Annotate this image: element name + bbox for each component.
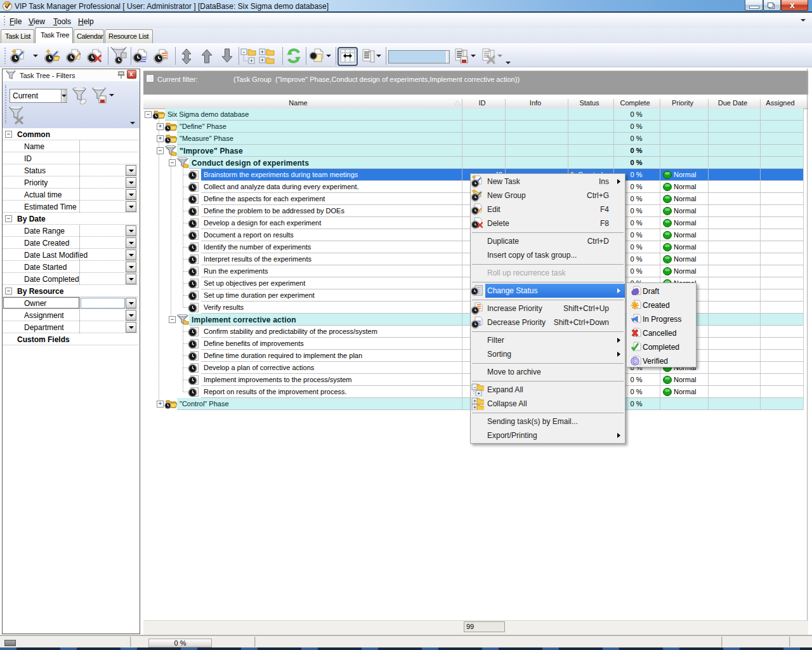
svg-text:•: • [478,390,480,397]
svg-text:+: + [250,58,253,64]
svg-text:+: + [261,57,264,63]
svg-text:+: + [473,398,476,404]
svg-text:+: + [473,404,476,411]
svg-text:-: - [243,49,245,55]
svg-text:+: + [261,49,264,55]
